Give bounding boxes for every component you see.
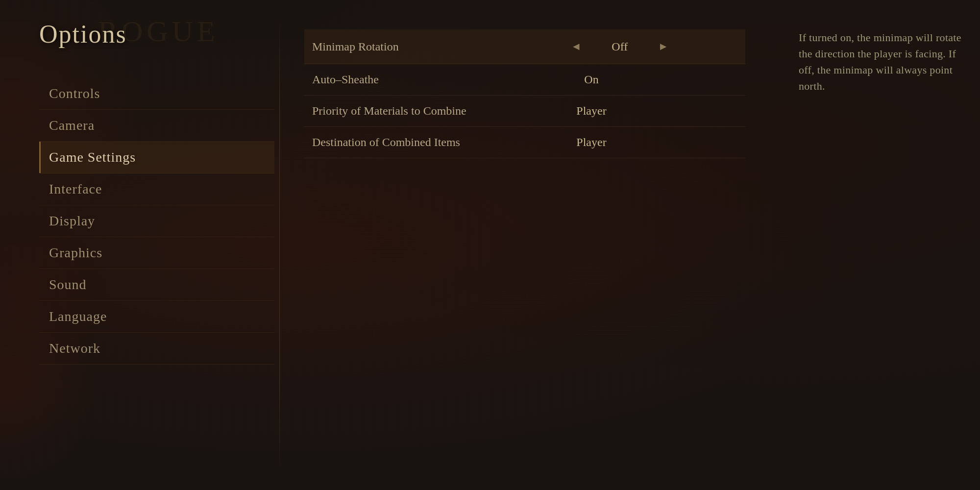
nav-item-display[interactable]: Display: [39, 205, 274, 237]
settings-body: Minimap Rotation◄Off►Auto–SheatheOnPrior…: [304, 29, 745, 158]
settings-row-minimap-rotation: Minimap Rotation◄Off►: [304, 29, 745, 64]
page-title: Options: [39, 20, 274, 49]
nav-item-game-settings[interactable]: Game Settings: [39, 142, 274, 173]
setting-control-priority-materials: Player: [559, 96, 745, 127]
settings-row-destination-combined: Destination of Combined ItemsPlayer: [304, 127, 745, 158]
setting-value-minimap-rotation: Off: [595, 40, 644, 53]
setting-name-auto-sheathe: Auto–Sheathe: [304, 64, 559, 96]
setting-name-destination-combined: Destination of Combined Items: [304, 127, 559, 158]
settings-row-priority-materials: Priority of Materials to CombinePlayer: [304, 96, 745, 127]
setting-value-auto-sheathe: On: [567, 73, 616, 86]
nav-item-network[interactable]: Network: [39, 333, 274, 365]
setting-name-minimap-rotation: Minimap Rotation: [304, 29, 559, 64]
setting-control-minimap-rotation: ◄Off►: [559, 29, 745, 64]
nav-item-sound[interactable]: Sound: [39, 269, 274, 301]
nav-item-language[interactable]: Language: [39, 301, 274, 333]
setting-control-auto-sheathe: On: [559, 64, 745, 96]
main-content: Minimap Rotation◄Off►Auto–SheatheOnPrior…: [285, 20, 794, 470]
description-panel: If turned on, the minimap will rotate th…: [794, 20, 980, 470]
left-nav-panel: Options ControlsCameraGame SettingsInter…: [39, 20, 274, 470]
nav-item-controls[interactable]: Controls: [39, 78, 274, 110]
nav-item-graphics[interactable]: Graphics: [39, 237, 274, 269]
settings-table: Minimap Rotation◄Off►Auto–SheatheOnPrior…: [304, 29, 745, 158]
settings-row-auto-sheathe: Auto–SheatheOn: [304, 64, 745, 96]
arrow-left-minimap-rotation[interactable]: ◄: [567, 38, 586, 55]
panel-divider: [279, 20, 280, 470]
nav-item-camera[interactable]: Camera: [39, 110, 274, 142]
arrow-right-minimap-rotation[interactable]: ►: [654, 38, 673, 55]
nav-item-interface[interactable]: Interface: [39, 173, 274, 205]
setting-value-destination-combined: Player: [567, 136, 616, 149]
setting-control-destination-combined: Player: [559, 127, 745, 158]
setting-value-priority-materials: Player: [567, 104, 616, 118]
nav-list: ControlsCameraGame SettingsInterfaceDisp…: [39, 78, 274, 365]
setting-name-priority-materials: Priority of Materials to Combine: [304, 96, 559, 127]
description-text: If turned on, the minimap will rotate th…: [799, 29, 965, 94]
